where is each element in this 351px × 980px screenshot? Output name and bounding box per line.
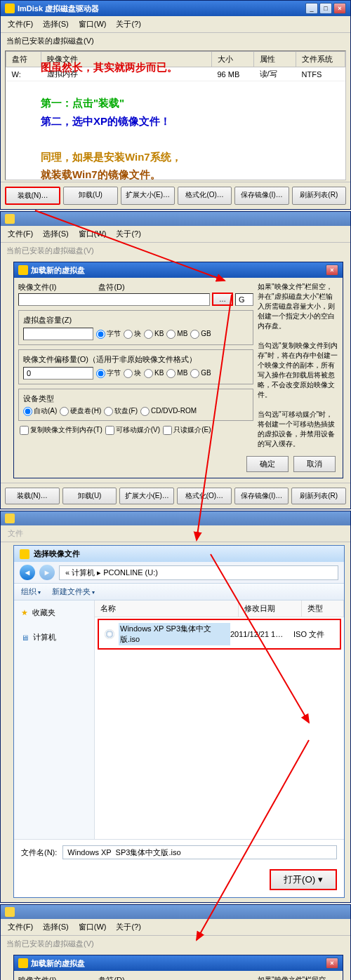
imdisk-window-4: 文件(F) 选择(S) 窗口(W) 关于(?) 当前已安装的虚拟磁盘(V) 加载… bbox=[0, 904, 351, 980]
device-hdd-radio[interactable] bbox=[60, 407, 69, 416]
disk-list: 盘符 映像文件 大小 属性 文件系统 W: 虚拟内存 96 MB 读/写 NTF… bbox=[5, 51, 346, 180]
menu-about[interactable]: 关于(?) bbox=[112, 18, 145, 31]
capacity-label: 虚拟盘容量(Z) bbox=[23, 316, 72, 324]
drive-letter-label: 盘符(D) bbox=[98, 282, 124, 293]
dialog-icon bbox=[18, 265, 28, 275]
window-controls: _ □ × bbox=[305, 3, 346, 14]
menubar: 文件(F) 选择(S) 窗口(W) 关于(?) bbox=[1, 16, 350, 33]
dialog-icon bbox=[20, 549, 29, 559]
forward-button[interactable]: ► bbox=[39, 565, 55, 580]
filename-label: 文件名(N): bbox=[21, 847, 57, 858]
menubar: 文件(F) 选择(S) 窗口(W) 关于(?) bbox=[1, 226, 350, 243]
unit-mb-radio[interactable] bbox=[166, 330, 176, 339]
file-dialog-footer: 文件名(N): bbox=[14, 839, 344, 865]
col-attr[interactable]: 属性 bbox=[254, 52, 296, 67]
app-icon bbox=[5, 214, 15, 224]
help-panel: 如果"映像文件"栏留空，并在"虚拟磁盘大小"栏输入所需磁盘容量大小，则创建一个指… bbox=[258, 282, 338, 449]
installed-disks-label: 当前已安装的虚拟磁盘(V) bbox=[1, 33, 350, 49]
close-button[interactable]: × bbox=[333, 3, 346, 14]
offset-fieldset: 映像文件偏移量(O)（适用于非原始映像文件格式） 字节 块 KB MB GB bbox=[18, 349, 253, 384]
dialog-titlebar: 加载新的虚拟盘 × bbox=[14, 262, 343, 278]
menu-window[interactable]: 窗口(W) bbox=[74, 18, 111, 31]
col-name[interactable]: 名称 bbox=[95, 600, 239, 617]
col-drive[interactable]: 盘符 bbox=[6, 52, 41, 67]
titlebar-faded bbox=[1, 212, 350, 226]
unmount-button[interactable]: 卸载(U) bbox=[63, 187, 117, 205]
file-open-dialog: 选择映像文件 ◄ ► « 计算机 ▸ PCONLINE (U:) 组织 新建文件… bbox=[13, 545, 345, 898]
app-icon bbox=[5, 4, 15, 13]
file-row-iso[interactable]: Windows XP SP3集体中文版.iso 2011/12/21 1… IS… bbox=[98, 619, 341, 650]
file-name: Windows XP SP3集体中文版.iso bbox=[119, 623, 230, 645]
col-size[interactable]: 大小 bbox=[212, 52, 254, 67]
device-auto-radio[interactable] bbox=[23, 407, 32, 416]
dialog-close-button[interactable]: × bbox=[326, 958, 338, 969]
imdisk-window-2: 文件(F) 选择(S) 窗口(W) 关于(?) 当前已安装的虚拟磁盘(V) 加载… bbox=[0, 211, 351, 509]
titlebar: ImDisk 虚拟磁盘驱动器 _ □ × bbox=[1, 1, 350, 16]
device-cdrom-radio[interactable] bbox=[140, 407, 150, 416]
unit-kb-radio[interactable] bbox=[144, 330, 153, 339]
file-date: 2011/12/21 1… bbox=[230, 630, 293, 638]
capacity-fieldset: 虚拟盘容量(Z) 字节 块 KB MB GB bbox=[18, 310, 253, 345]
dialog-icon bbox=[18, 958, 28, 968]
add-virtual-disk-dialog: 加载新的虚拟盘 × 映像文件(I) 盘符(D) … 虚拟盘容量(Z) bbox=[13, 262, 343, 478]
filename-input[interactable] bbox=[62, 845, 337, 859]
window-title: ImDisk 虚拟磁盘驱动器 bbox=[18, 4, 303, 14]
device-type-fieldset: 设备类型 自动(A) 硬盘卷(H) 软盘(F) CD/DVD-ROM bbox=[18, 389, 253, 421]
sidebar: ★收藏夹 🖥计算机 bbox=[14, 600, 95, 839]
nav-bar: ◄ ► « 计算机 ▸ PCONLINE (U:) bbox=[14, 562, 344, 584]
sidebar-computer[interactable]: 🖥计算机 bbox=[14, 629, 94, 645]
refresh-button[interactable]: 刷新列表(R) bbox=[292, 187, 346, 205]
file-dialog-titlebar: 选择映像文件 bbox=[14, 546, 344, 562]
col-type[interactable]: 类型 bbox=[302, 600, 344, 617]
button-row: 装载(N)… 卸载(U) 扩展大小(E)… 格式化(O)… 保存镜像(I)… 刷… bbox=[1, 182, 350, 209]
device-floppy-radio[interactable] bbox=[104, 407, 113, 416]
imdisk-window-3: 文件 选择映像文件 ◄ ► « 计算机 ▸ PCONLINE (U:) 组织 新… bbox=[0, 511, 351, 903]
toolbar: 组织 新建文件夹 bbox=[14, 584, 344, 600]
col-fs[interactable]: 文件系统 bbox=[296, 52, 345, 67]
image-file-label: 映像文件(I) bbox=[18, 282, 56, 293]
menu-file[interactable]: 文件(F) bbox=[4, 18, 37, 31]
ok-button[interactable]: 确定 bbox=[246, 456, 289, 472]
browse-button[interactable]: … bbox=[212, 293, 233, 306]
file-list-header: 名称 修改日期 类型 bbox=[95, 600, 344, 617]
disc-icon bbox=[105, 629, 114, 639]
imdisk-main-window: ImDisk 虚拟磁盘驱动器 _ □ × 文件(F) 选择(S) 窗口(W) 关… bbox=[0, 0, 351, 210]
file-list-area: 名称 修改日期 类型 Windows XP SP3集体中文版.iso 2011/… bbox=[95, 600, 344, 839]
minimize-button[interactable]: _ bbox=[305, 3, 318, 14]
readonly-checkbox[interactable] bbox=[163, 426, 172, 435]
new-folder-button[interactable]: 新建文件夹 bbox=[52, 586, 95, 597]
unit-block-radio[interactable] bbox=[124, 330, 133, 339]
instruction-overlay: 图虽然长，其实就两步而已。 第一：点击"装载" 第二，选中XP的镜像文件！ 同理… bbox=[41, 58, 182, 184]
add-virtual-disk-dialog-filled: 加载新的虚拟盘 × 映像文件(I) 盘符(D) … 虚拟盘容量(Z) bbox=[13, 955, 343, 980]
device-type-label: 设备类型 bbox=[23, 394, 54, 403]
drive-letter-input[interactable] bbox=[235, 293, 253, 306]
maximize-button[interactable]: □ bbox=[319, 3, 332, 14]
back-button[interactable]: ◄ bbox=[20, 565, 35, 580]
unit-gb-radio[interactable] bbox=[190, 330, 199, 339]
unit-byte-radio[interactable] bbox=[96, 330, 105, 339]
star-icon: ★ bbox=[21, 608, 28, 617]
extend-button[interactable]: 扩展大小(E)… bbox=[121, 187, 175, 205]
dialog-title: 加载新的虚拟盘 bbox=[31, 265, 323, 276]
file-dialog-title: 选择映像文件 bbox=[34, 549, 80, 559]
open-button[interactable]: 打开(O) ▾ bbox=[270, 869, 337, 890]
file-type: ISO 文件 bbox=[293, 629, 334, 640]
save-image-button[interactable]: 保存镜像(I)… bbox=[234, 187, 289, 205]
format-button[interactable]: 格式化(O)… bbox=[178, 187, 232, 205]
menu-select[interactable]: 选择(S) bbox=[39, 18, 73, 31]
cancel-button[interactable]: 取消 bbox=[293, 456, 336, 472]
copy-to-mem-checkbox[interactable] bbox=[20, 426, 29, 435]
breadcrumb[interactable]: « 计算机 ▸ PCONLINE (U:) bbox=[59, 565, 338, 580]
image-file-input[interactable] bbox=[18, 293, 210, 306]
mount-button[interactable]: 装载(N)… bbox=[5, 187, 60, 205]
organize-button[interactable]: 组织 bbox=[21, 586, 41, 597]
button-row: 装载(N)… 卸载(U) 扩展大小(E)… 格式化(O)… 保存镜像(I)… 刷… bbox=[1, 483, 350, 509]
sidebar-favorites[interactable]: ★收藏夹 bbox=[14, 605, 94, 621]
dialog-close-button[interactable]: × bbox=[326, 264, 338, 276]
computer-icon: 🖥 bbox=[21, 633, 29, 642]
removable-checkbox[interactable] bbox=[105, 426, 114, 435]
offset-input[interactable] bbox=[23, 367, 93, 380]
capacity-input[interactable] bbox=[23, 328, 93, 340]
offset-label: 映像文件偏移量(O)（适用于非原始映像文件格式） bbox=[23, 355, 197, 363]
col-date[interactable]: 修改日期 bbox=[239, 600, 302, 617]
